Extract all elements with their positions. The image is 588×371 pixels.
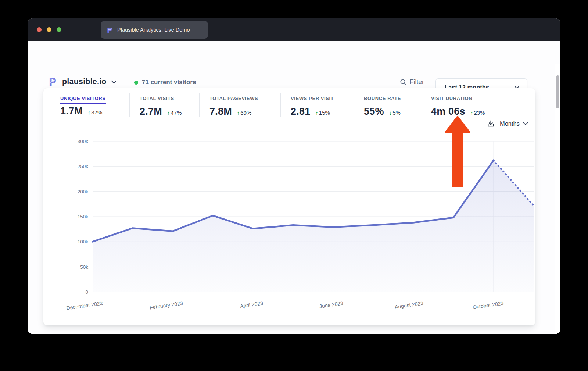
plausible-favicon-icon: P bbox=[106, 26, 114, 34]
dashboard-page: P plausible.io 71 current visitors Filte… bbox=[28, 41, 560, 334]
svg-text:200k: 200k bbox=[78, 189, 89, 195]
svg-text:August 2023: August 2023 bbox=[394, 300, 424, 310]
dashboard-header: P plausible.io 71 current visitors Filte… bbox=[28, 41, 560, 83]
site-picker[interactable]: P plausible.io bbox=[48, 76, 117, 87]
visitors-chart[interactable]: 050k100k150k200k250k300kDecember 2022Feb… bbox=[43, 88, 535, 320]
svg-text:June 2023: June 2023 bbox=[319, 300, 344, 309]
filter-label: Filter bbox=[410, 78, 424, 86]
browser-chrome: P Plausible Analytics: Live Demo bbox=[28, 18, 560, 41]
site-name: plausible.io bbox=[62, 77, 107, 86]
browser-window: P Plausible Analytics: Live Demo P bbox=[28, 18, 560, 334]
svg-text:October 2023: October 2023 bbox=[472, 300, 504, 310]
svg-text:300k: 300k bbox=[78, 139, 89, 144]
svg-text:February 2023: February 2023 bbox=[149, 300, 183, 311]
svg-text:April 2023: April 2023 bbox=[240, 300, 263, 309]
current-visitors-label: 71 current visitors bbox=[142, 79, 196, 86]
window-controls[interactable] bbox=[37, 27, 61, 32]
scrollbar-track[interactable] bbox=[555, 64, 560, 334]
svg-text:250k: 250k bbox=[78, 164, 89, 169]
close-window-icon[interactable] bbox=[37, 27, 42, 32]
tabstrip-divider bbox=[100, 21, 100, 38]
svg-text:December 2022: December 2022 bbox=[66, 300, 103, 311]
analytics-card: UNIQUE VISITORS 1.7M ↑37% TOTAL VISITS 2… bbox=[43, 88, 535, 325]
svg-text:0: 0 bbox=[85, 289, 88, 295]
current-visitors[interactable]: 71 current visitors bbox=[134, 79, 196, 86]
tab-title: Plausible Analytics: Live Demo bbox=[117, 27, 190, 33]
svg-text:50k: 50k bbox=[80, 264, 88, 270]
browser-tab[interactable]: P Plausible Analytics: Live Demo bbox=[101, 21, 208, 39]
minimize-window-icon[interactable] bbox=[47, 27, 51, 32]
live-dot-icon bbox=[134, 81, 138, 85]
filter-button[interactable]: Filter bbox=[400, 78, 424, 86]
site-chevron-down-icon bbox=[111, 80, 117, 84]
search-icon bbox=[400, 79, 407, 86]
zoom-window-icon[interactable] bbox=[57, 27, 61, 32]
svg-text:100k: 100k bbox=[78, 239, 89, 245]
plausible-logo-icon: P bbox=[48, 76, 58, 87]
svg-text:150k: 150k bbox=[78, 214, 89, 220]
scrollbar-thumb[interactable] bbox=[556, 75, 559, 108]
